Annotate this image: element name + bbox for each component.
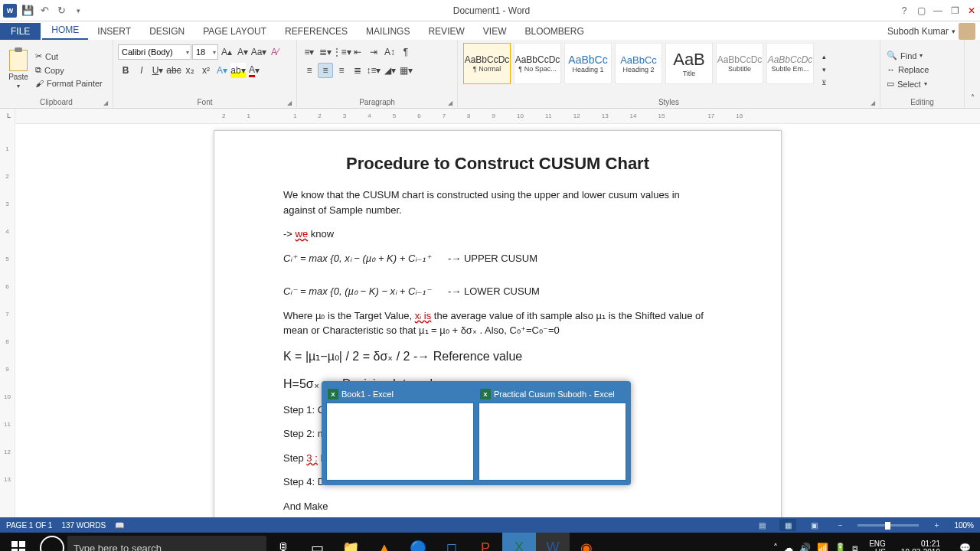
paste-button[interactable]: Paste ▾ bbox=[5, 41, 32, 98]
style-normal[interactable]: AaBbCcDc¶ Normal bbox=[463, 43, 511, 84]
styles-more-icon[interactable]: ⊻ bbox=[816, 77, 831, 89]
preview-excel-practical[interactable]: XPractical Cusum Subodh - Excel bbox=[479, 386, 626, 481]
style-subtle-em[interactable]: AaBbCcDcSubtle Em... bbox=[766, 43, 814, 84]
account-name[interactable]: Subodh Kumar▾ bbox=[883, 23, 980, 40]
web-layout-icon[interactable]: ▣ bbox=[805, 519, 822, 531]
word-taskbar-icon[interactable]: W bbox=[536, 533, 570, 551]
vlc-icon[interactable]: ▲ bbox=[368, 533, 401, 551]
clear-format-icon[interactable]: A⁄ bbox=[267, 44, 283, 60]
status-words[interactable]: 137 WORDS bbox=[61, 521, 106, 530]
shading-icon[interactable]: ◢▾ bbox=[382, 63, 397, 78]
tab-mailings[interactable]: MAILINGS bbox=[357, 23, 419, 40]
subscript-button[interactable]: x₂ bbox=[182, 63, 198, 78]
tab-home[interactable]: HOME bbox=[42, 21, 88, 40]
strike-button[interactable]: abc bbox=[166, 63, 181, 78]
undo-icon[interactable]: ↶ bbox=[38, 5, 51, 17]
styles-up-icon[interactable]: ▴ bbox=[816, 51, 831, 63]
superscript-button[interactable]: x² bbox=[198, 63, 214, 78]
font-size-select[interactable]: 18 bbox=[192, 44, 218, 60]
replace-button[interactable]: ↔Replace bbox=[885, 64, 959, 76]
highlight-icon[interactable]: ab▾ bbox=[230, 63, 246, 78]
qat-customize-icon[interactable]: ▾ bbox=[72, 5, 84, 17]
style-heading1[interactable]: AaBbCcHeading 1 bbox=[564, 43, 612, 84]
bullets-icon[interactable]: ≡▾ bbox=[302, 44, 317, 60]
cortana-icon[interactable] bbox=[40, 536, 64, 551]
save-icon[interactable]: 💾 bbox=[21, 5, 34, 17]
collapse-ribbon-icon[interactable]: ˄ bbox=[965, 90, 980, 105]
taskbar-clock[interactable]: 01:2119-03-2019 bbox=[897, 540, 945, 551]
select-button[interactable]: ▭Select▾ bbox=[885, 77, 959, 90]
styles-down-icon[interactable]: ▾ bbox=[816, 64, 831, 76]
show-marks-icon[interactable]: ¶ bbox=[398, 44, 413, 60]
align-left-icon[interactable]: ≡ bbox=[302, 63, 317, 78]
styles-dialog-icon[interactable]: ◢ bbox=[871, 99, 875, 106]
clipboard-dialog-icon[interactable]: ◢ bbox=[103, 99, 108, 106]
dropbox-icon[interactable]: ⧈ bbox=[852, 543, 858, 551]
text-effects-icon[interactable]: A▾ bbox=[214, 63, 230, 78]
font-family-select[interactable]: Calibri (Body) bbox=[118, 44, 191, 60]
status-page[interactable]: PAGE 1 OF 1 bbox=[6, 521, 52, 530]
style-title[interactable]: AaBTitle bbox=[665, 43, 713, 84]
chrome-icon[interactable]: 🔵 bbox=[401, 533, 435, 551]
multilevel-icon[interactable]: ⋮≡▾ bbox=[334, 44, 349, 60]
zoom-level[interactable]: 100% bbox=[954, 521, 974, 530]
file-explorer-icon[interactable]: 📁 bbox=[334, 533, 368, 551]
tab-bloomberg[interactable]: BLOOMBERG bbox=[515, 23, 593, 40]
copy-button[interactable]: ⧉Copy bbox=[34, 64, 104, 76]
increase-indent-icon[interactable]: ⇥ bbox=[366, 44, 381, 60]
print-layout-icon[interactable]: ▦ bbox=[779, 519, 796, 531]
font-dialog-icon[interactable]: ◢ bbox=[287, 99, 292, 106]
tab-references[interactable]: REFERENCES bbox=[276, 23, 357, 40]
line-spacing-icon[interactable]: ↕≡▾ bbox=[366, 63, 381, 78]
powerpoint-icon[interactable]: P bbox=[469, 533, 502, 551]
font-color-icon[interactable]: A▾ bbox=[247, 63, 262, 78]
zoom-in-icon[interactable]: + bbox=[928, 519, 945, 531]
numbering-icon[interactable]: ≣▾ bbox=[318, 44, 333, 60]
find-button[interactable]: 🔍Find▾ bbox=[885, 49, 959, 62]
tab-page-layout[interactable]: PAGE LAYOUT bbox=[194, 23, 276, 40]
style-subtitle[interactable]: AaBbCcDcSubtitle bbox=[716, 43, 763, 84]
italic-button[interactable]: I bbox=[134, 63, 149, 78]
justify-icon[interactable]: ≣ bbox=[350, 63, 365, 78]
start-button[interactable] bbox=[0, 533, 37, 551]
search-input[interactable]: Type here to search bbox=[67, 536, 266, 551]
status-proof-icon[interactable]: 📖 bbox=[115, 521, 124, 530]
help-icon[interactable]: ? bbox=[896, 2, 913, 19]
underline-button[interactable]: U▾ bbox=[150, 63, 165, 78]
ribbon-display-icon[interactable]: ▢ bbox=[913, 2, 929, 19]
app-icon[interactable]: □ bbox=[435, 533, 469, 551]
cut-button[interactable]: ✂Cut bbox=[34, 51, 104, 62]
wifi-icon[interactable]: 📶 bbox=[817, 543, 828, 551]
zoom-slider[interactable] bbox=[858, 524, 919, 527]
tab-design[interactable]: DESIGN bbox=[140, 23, 194, 40]
change-case-icon[interactable]: Aa▾ bbox=[251, 44, 266, 60]
redo-icon[interactable]: ↻ bbox=[55, 5, 67, 17]
close-icon[interactable]: ✕ bbox=[963, 2, 980, 19]
zoom-out-icon[interactable]: − bbox=[831, 519, 848, 531]
tab-view[interactable]: VIEW bbox=[474, 23, 516, 40]
tray-chevron-icon[interactable]: ˄ bbox=[773, 543, 778, 551]
onedrive-icon[interactable]: ☁ bbox=[784, 543, 793, 551]
grow-font-icon[interactable]: A▴ bbox=[219, 44, 234, 60]
sort-icon[interactable]: A↕ bbox=[382, 44, 397, 60]
mic-icon[interactable]: 🎙 bbox=[266, 533, 300, 551]
tab-file[interactable]: FILE bbox=[0, 23, 41, 40]
read-mode-icon[interactable]: ▤ bbox=[753, 519, 770, 531]
restore-icon[interactable]: ❐ bbox=[946, 2, 963, 19]
paragraph-dialog-icon[interactable]: ◢ bbox=[448, 99, 452, 106]
recorder-icon[interactable]: ◉ bbox=[570, 533, 603, 551]
decrease-indent-icon[interactable]: ⇤ bbox=[350, 44, 365, 60]
minimize-icon[interactable]: — bbox=[929, 2, 946, 19]
format-painter-button[interactable]: 🖌Format Painter bbox=[34, 78, 104, 89]
excel-taskbar-icon[interactable]: X bbox=[502, 533, 536, 551]
preview-excel-book1[interactable]: XBook1 - Excel bbox=[326, 386, 474, 481]
volume-icon[interactable]: 🔊 bbox=[799, 543, 811, 551]
tab-insert[interactable]: INSERT bbox=[88, 23, 140, 40]
taskbar-lang[interactable]: ENGUS bbox=[864, 540, 890, 551]
tab-review[interactable]: REVIEW bbox=[419, 23, 473, 40]
shrink-font-icon[interactable]: A▾ bbox=[235, 44, 250, 60]
style-heading2[interactable]: AaBbCcHeading 2 bbox=[615, 43, 662, 84]
align-center-icon[interactable]: ≡ bbox=[318, 63, 333, 78]
task-view-icon[interactable]: ▭ bbox=[300, 533, 334, 551]
battery-icon[interactable]: 🔋 bbox=[835, 543, 846, 551]
